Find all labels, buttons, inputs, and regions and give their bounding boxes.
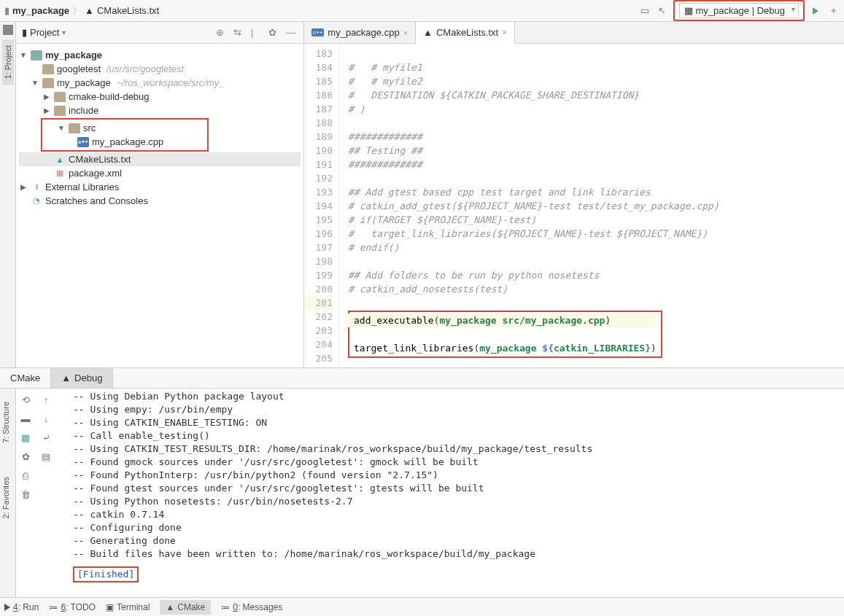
expand-arrow-icon[interactable]: ▼ (57, 124, 66, 132)
gear-icon[interactable]: ✿ (19, 450, 32, 463)
code-content[interactable]: # # myfile1 # # myfile2 # DESTINATION ${… (339, 44, 844, 367)
breadcrumb-separator: 〉 (72, 4, 82, 17)
project-gutter-icon[interactable] (3, 25, 13, 35)
separator: | (251, 27, 263, 39)
sidebar-tab-favorites[interactable]: 2: Favorites (0, 471, 12, 524)
folder-icon: ▮ (22, 27, 27, 38)
status-run[interactable]: 4: Run (4, 602, 39, 612)
project-tree[interactable]: ▼ my_package googletest /usr/src/googlet… (16, 44, 303, 367)
module-icon (31, 50, 42, 61)
console-line: -- Using Debian Python package layout (73, 390, 840, 403)
trash-icon[interactable]: 🗑 (19, 488, 32, 501)
run-configuration-selector[interactable]: ▦ my_package | Debug (679, 3, 799, 18)
tree-item-cpp[interactable]: c++ my_package.cpp (44, 135, 206, 149)
editor-tabs: c++ my_package.cpp × ▲ CMakeLists.txt × (304, 22, 844, 44)
close-icon[interactable]: × (403, 28, 408, 37)
scratch-icon: ◔ (31, 196, 42, 206)
cmake-icon: ▲ (166, 602, 174, 612)
tree-item-cmake-build[interactable]: ▶ cmake-build-debug (19, 90, 301, 104)
wrap-icon[interactable]: ⤶ (39, 431, 53, 444)
code-editor[interactable]: 1831841851861871881891901911921931941951… (304, 44, 844, 367)
debug-button[interactable]: ⌖ (826, 4, 840, 17)
library-icon: ⦀ (31, 182, 42, 192)
bottom-tab-cmake[interactable]: CMake (0, 368, 51, 388)
finished-status: [Finished] (73, 566, 139, 582)
expand-arrow-icon[interactable]: ▶ (42, 93, 51, 101)
status-terminal[interactable]: ▣Terminal (106, 602, 150, 612)
cpp-file-icon: c++ (77, 137, 89, 147)
cmake-file-icon: ▲ (423, 27, 433, 38)
tree-external-libraries[interactable]: ▶ ⦀ External Libraries (19, 180, 301, 194)
breadcrumb-root[interactable]: my_package (12, 5, 69, 16)
navigation-bar: ▮ my_package 〉 ▲ CMakeLists.txt ▭ ↖ ▦ my… (0, 0, 844, 22)
divider-icon[interactable]: ⇆ (233, 27, 245, 39)
close-icon[interactable]: × (502, 28, 506, 36)
play-icon (4, 604, 10, 611)
tree-item-package[interactable]: ▼ my_package ~/ros_workspace/src/my_ (19, 76, 301, 90)
messages-icon: ≔ (221, 602, 230, 612)
run-button[interactable] (809, 4, 822, 17)
gear-icon[interactable]: ✿ (268, 27, 280, 39)
status-cmake[interactable]: ▲CMake (160, 600, 211, 615)
todo-icon: ≔ (49, 602, 58, 612)
down-arrow-icon[interactable]: ↓ (39, 412, 53, 425)
console-line: -- Found gtest sources under '/usr/src/g… (73, 482, 840, 495)
run-configuration-highlight: ▦ my_package | Debug (673, 0, 805, 21)
expand-arrow-icon[interactable]: ▶ (19, 183, 28, 191)
cmake-console[interactable]: -- Using Debian Python package layout --… (69, 389, 844, 597)
filter-icon[interactable]: ▤ (39, 450, 53, 463)
cmake-icon: ▲ (61, 373, 71, 383)
window-icon[interactable]: ▭ (638, 4, 651, 17)
src-highlight-box: ▼ src c++ my_package.cpp (41, 118, 209, 152)
editor-tab-cmake[interactable]: ▲ CMakeLists.txt × (416, 22, 515, 44)
folder-icon: ▮ (4, 5, 9, 16)
folder-icon (42, 64, 54, 74)
folder-icon (54, 106, 66, 116)
console-line: -- Found gmock sources under '/usr/src/g… (73, 456, 840, 469)
folder-icon (54, 92, 66, 102)
sidebar-tab-project[interactable]: 1: Project (2, 39, 14, 85)
run-config-label: my_package | Debug (695, 5, 785, 16)
cmake-toolbar: ⟲↑ ▬↓ ▦⤶ ✿▤ ⎙ 🗑 (16, 389, 69, 597)
expand-arrow-icon[interactable]: ▼ (19, 51, 28, 59)
editor-area: c++ my_package.cpp × ▲ CMakeLists.txt × … (304, 22, 844, 367)
folder-icon[interactable]: ▦ (19, 431, 32, 444)
tree-item-package-xml[interactable]: ▦ package.xml (19, 166, 301, 180)
up-arrow-icon[interactable]: ↑ (39, 393, 53, 406)
tree-item-cmakelists[interactable]: ▲ CMakeLists.txt (19, 152, 301, 166)
breadcrumb-file[interactable]: CMakeLists.txt (97, 5, 159, 16)
console-line: -- Using CATKIN_TEST_RESULTS_DIR: /home/… (73, 442, 840, 456)
status-todo[interactable]: ≔6: TODO (49, 602, 96, 612)
console-line: -- Call enable_testing() (73, 429, 840, 442)
toolbar-right: ▭ ↖ ▦ my_package | Debug ⌖ (638, 0, 840, 21)
status-bar: 4: Run ≔6: TODO ▣Terminal ▲CMake ≔0: Mes… (0, 597, 844, 616)
reload-icon[interactable]: ⟲ (19, 393, 32, 406)
hide-icon[interactable]: — (286, 27, 298, 39)
breadcrumb[interactable]: ▮ my_package 〉 ▲ CMakeLists.txt (4, 4, 159, 17)
expand-arrow-icon[interactable]: ▶ (42, 106, 51, 114)
expand-arrow-icon[interactable]: ▼ (31, 79, 39, 87)
editor-tab-cpp[interactable]: c++ my_package.cpp × (304, 22, 416, 43)
hammer-icon[interactable]: ↖ (656, 4, 669, 17)
folder-icon (69, 123, 80, 133)
bottom-panel-body: 7: Structure 2: Favorites ⟲↑ ▬↓ ▦⤶ ✿▤ ⎙ … (0, 389, 844, 597)
sidebar-tab-structure[interactable]: 7: Structure (0, 396, 12, 449)
tree-item-googletest[interactable]: googletest /usr/src/googletest (19, 62, 301, 76)
console-line: -- Build files have been written to: /ho… (73, 547, 840, 561)
target-icon: ▦ (684, 5, 696, 16)
print-icon[interactable]: ⎙ (19, 469, 32, 482)
bottom-tab-debug[interactable]: ▲Debug (51, 368, 113, 388)
target-icon[interactable]: ⊕ (216, 27, 228, 39)
project-panel: ▮ Project ▾ ⊕ ⇆ | ✿ — ▼ my_package googl… (16, 22, 304, 367)
terminal-icon: ▣ (106, 602, 114, 612)
tree-root[interactable]: ▼ my_package (19, 48, 301, 62)
tree-item-include[interactable]: ▶ include (19, 104, 301, 117)
tree-item-src[interactable]: ▼ src (44, 121, 206, 135)
project-panel-title[interactable]: ▮ Project ▾ (22, 27, 66, 38)
main-area: 1: Project ▮ Project ▾ ⊕ ⇆ | ✿ — ▼ my_pa… (0, 22, 844, 367)
status-messages[interactable]: ≔0: Messages (221, 602, 282, 612)
console-line: -- Using Python nosetests: /usr/bin/nose… (73, 495, 840, 508)
tree-scratches[interactable]: ◔ Scratches and Consoles (19, 194, 301, 208)
line-number-gutter: 1831841851861871881891901911921931941951… (304, 44, 339, 367)
stop-icon[interactable]: ▬ (19, 412, 32, 425)
